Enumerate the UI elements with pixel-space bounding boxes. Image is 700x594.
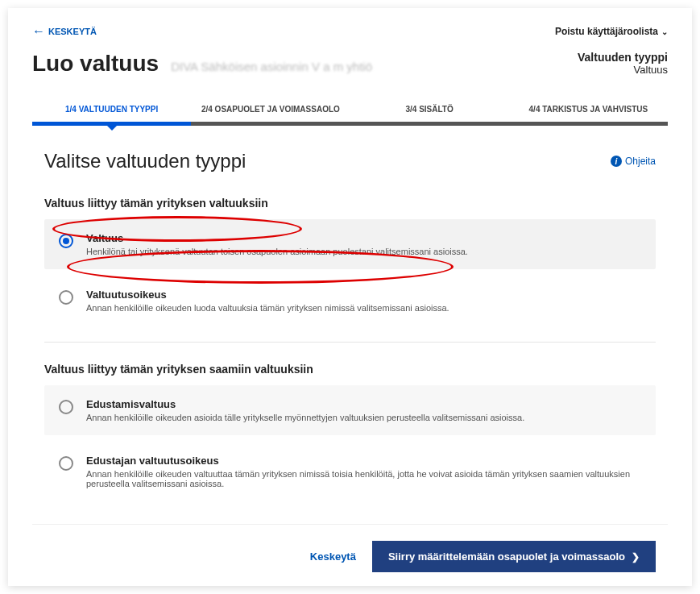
header-right-title: Valtuuden tyyppi [578, 51, 668, 64]
radio-circle-unchecked[interactable] [59, 290, 73, 305]
next-button-label: Siirry määrittelemään osapuolet ja voima… [388, 550, 625, 563]
separator [44, 342, 656, 343]
group-heading-2: Valtuus liittyy tämän yrityksen saamiin … [44, 363, 656, 376]
radio-label: Edustajan valtuutusoikeus [86, 455, 641, 467]
footer-cancel-link[interactable]: Keskeytä [310, 550, 356, 563]
radio-circle-unchecked[interactable] [59, 400, 73, 414]
radio-option-valtuus[interactable]: Valtuus Henkilönä tai yrityksenä valtuut… [44, 219, 656, 269]
step-4[interactable]: 4/4 TARKISTUS JA VAHVISTUS [509, 97, 668, 122]
radio-option-valtuutusoikeus[interactable]: Valtuutusoikeus Annan henkilöille oikeud… [44, 276, 656, 326]
radio-circle-checked[interactable] [59, 234, 73, 248]
chevron-right-icon: ❯ [632, 551, 640, 563]
radio-label: Valtuutusoikeus [86, 289, 449, 301]
header-right-sub: Valtuus [578, 64, 668, 76]
cancel-link-top[interactable]: ← KESKEYTÄ [32, 24, 97, 39]
radio-circle-unchecked[interactable] [59, 456, 73, 471]
step-1[interactable]: 1/4 VALTUUDEN TYYPPI [32, 97, 191, 122]
section-title: Valitse valtuuden tyyppi [44, 150, 246, 172]
radio-desc: Annan henkilöille oikeuden luoda valtuuk… [86, 303, 449, 313]
next-button[interactable]: Siirry määrittelemään osapuolet ja voima… [372, 541, 656, 572]
page-subtitle: DIVA Sähköisen asioinnin V a m yhtiö [171, 60, 372, 73]
exit-role-label: Poistu käyttäjäroolista [555, 26, 658, 37]
radio-desc: Annan henkilöille oikeuden valtuuttaa tä… [86, 469, 641, 488]
chevron-down-icon: ⌄ [661, 27, 668, 36]
help-label: Ohjeita [625, 156, 656, 167]
radio-label: Valtuus [86, 232, 468, 244]
page-title-text: Luo valtuus [32, 51, 159, 77]
step-2[interactable]: 2/4 OSAPUOLET JA VOIMASSAOLO [191, 97, 350, 122]
radio-desc: Henkilönä tai yrityksenä valtuutan toise… [86, 247, 468, 256]
exit-role-dropdown[interactable]: Poistu käyttäjäroolista ⌄ [555, 26, 668, 37]
radio-option-edustajan-valtuutusoikeus[interactable]: Edustajan valtuutusoikeus Annan henkilöi… [44, 442, 656, 501]
radio-desc: Annan henkilöille oikeuden asioida tälle… [86, 413, 524, 422]
stepper: 1/4 VALTUUDEN TYYPPI 2/4 OSAPUOLET JA VO… [32, 97, 668, 126]
info-icon: i [611, 156, 622, 167]
step-3[interactable]: 3/4 SISÄLTÖ [350, 97, 509, 122]
page-title: Luo valtuus DIVA Sähköisen asioinnin V a… [32, 51, 372, 77]
group-heading-1: Valtuus liittyy tämän yrityksen valtuuks… [44, 197, 656, 210]
radio-option-edustamisvaltuus[interactable]: Edustamisvaltuus Annan henkilöille oikeu… [44, 385, 656, 435]
help-link[interactable]: i Ohjeita [611, 156, 656, 167]
cancel-link-label: KESKEYTÄ [48, 27, 97, 36]
radio-label: Edustamisvaltuus [86, 398, 524, 410]
arrow-left-icon: ← [32, 24, 45, 39]
